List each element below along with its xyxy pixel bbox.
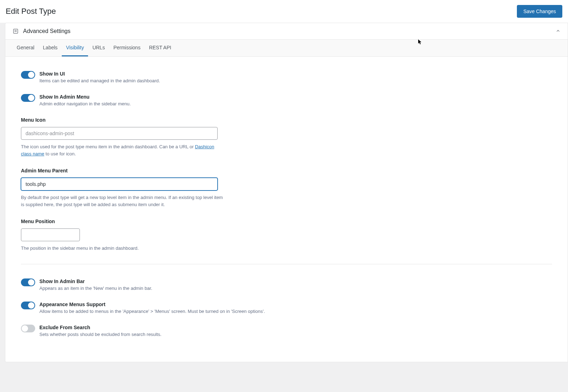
divider bbox=[21, 264, 552, 264]
field-show-in-admin-menu: Show In Admin Menu Admin editor navigati… bbox=[21, 94, 552, 106]
chevron-up-icon[interactable] bbox=[556, 28, 561, 34]
field-exclude-from-search: Exclude From Search Sets whether posts s… bbox=[21, 325, 552, 337]
panel-header[interactable]: Advanced Settings bbox=[5, 23, 568, 40]
input-menu-icon[interactable] bbox=[21, 127, 218, 140]
desc-show-in-admin-bar: Appears as an item in the 'New' menu in … bbox=[39, 286, 152, 291]
field-show-in-admin-bar: Show In Admin Bar Appears as an item in … bbox=[21, 278, 552, 291]
desc-admin-menu-parent: By default the post type will get a new … bbox=[21, 194, 223, 208]
tab-permissions[interactable]: Permissions bbox=[109, 40, 144, 56]
tab-content: Show In UI Items can be edited and manag… bbox=[5, 57, 568, 362]
save-changes-button[interactable]: Save Changes bbox=[517, 5, 562, 18]
field-appearance-menus: Appearance Menus Support Allow items to … bbox=[21, 302, 552, 314]
toggle-show-in-ui[interactable] bbox=[21, 71, 35, 79]
label-admin-menu-parent: Admin Menu Parent bbox=[21, 168, 552, 173]
field-menu-position: Menu Position The position in the sideba… bbox=[21, 219, 552, 252]
tabs-bar: General Labels Visibility URLs Permissio… bbox=[5, 40, 568, 57]
page-title: Edit Post Type bbox=[6, 7, 56, 16]
label-show-in-admin-menu: Show In Admin Menu bbox=[39, 94, 131, 100]
toggle-appearance-menus[interactable] bbox=[21, 302, 35, 309]
desc-show-in-ui: Items can be edited and managed in the a… bbox=[39, 78, 160, 83]
page-header: Edit Post Type Save Changes bbox=[0, 0, 568, 23]
tab-general[interactable]: General bbox=[12, 40, 39, 56]
toggle-show-in-admin-bar[interactable] bbox=[21, 278, 35, 286]
desc-menu-icon: The icon used for the post type menu ite… bbox=[21, 143, 223, 157]
label-appearance-menus: Appearance Menus Support bbox=[39, 302, 265, 307]
field-admin-menu-parent: Admin Menu Parent By default the post ty… bbox=[21, 168, 552, 208]
toggle-exclude-from-search[interactable] bbox=[21, 325, 35, 332]
desc-show-com-admin-menu: Admin editor navigation in the sidebar m… bbox=[39, 101, 131, 106]
input-menu-position[interactable] bbox=[21, 228, 80, 241]
tab-visibility[interactable]: Visibility bbox=[62, 40, 88, 56]
desc-menu-position: The position in the sidebar menu in the … bbox=[21, 245, 223, 252]
desc-appearance-menus: Allow items to be added to menus in the … bbox=[39, 309, 265, 314]
desc-exclude-from-search: Sets whether posts should be excluded fr… bbox=[39, 332, 162, 337]
toggle-show-in-admin-menu[interactable] bbox=[21, 94, 35, 102]
label-menu-position: Menu Position bbox=[21, 219, 552, 224]
advanced-settings-panel: Advanced Settings General Labels Visibil… bbox=[5, 23, 568, 362]
tab-urls[interactable]: URLs bbox=[88, 40, 109, 56]
settings-icon bbox=[12, 28, 19, 34]
tab-labels[interactable]: Labels bbox=[39, 40, 62, 56]
tab-rest-api[interactable]: REST API bbox=[145, 40, 176, 56]
input-admin-menu-parent[interactable] bbox=[21, 178, 218, 191]
field-show-in-ui: Show In UI Items can be edited and manag… bbox=[21, 71, 552, 83]
label-menu-icon: Menu Icon bbox=[21, 117, 552, 123]
label-show-in-admin-bar: Show In Admin Bar bbox=[39, 278, 152, 284]
field-menu-icon: Menu Icon The icon used for the post typ… bbox=[21, 117, 552, 157]
label-exclude-from-search: Exclude From Search bbox=[39, 325, 162, 330]
panel-title: Advanced Settings bbox=[23, 28, 70, 34]
label-show-in-ui: Show In UI bbox=[39, 71, 160, 77]
